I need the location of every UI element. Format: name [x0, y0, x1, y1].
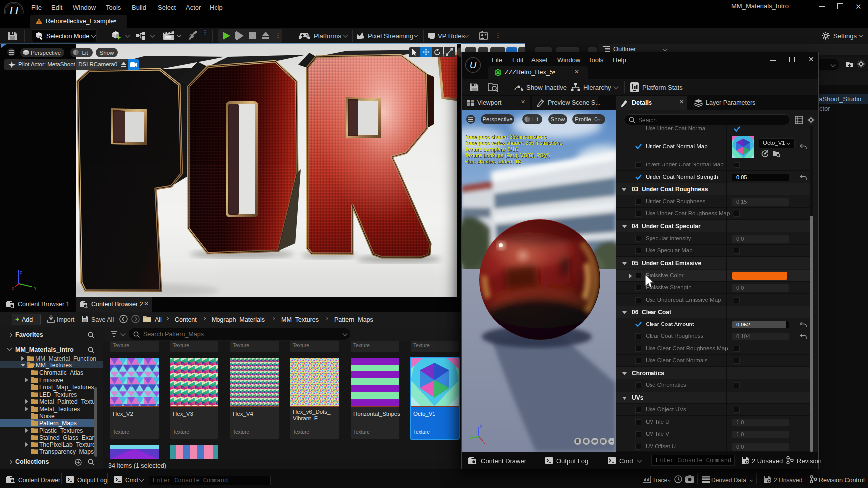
svg-text:Z: Z	[480, 424, 483, 429]
svg-text:Y: Y	[34, 286, 37, 291]
svg-text:←: ←	[469, 432, 473, 437]
svg-text:x: x	[483, 441, 486, 444]
svg-text:U: U	[470, 60, 477, 70]
svg-text:z: z	[20, 270, 22, 275]
svg-text:x: x	[12, 286, 14, 291]
